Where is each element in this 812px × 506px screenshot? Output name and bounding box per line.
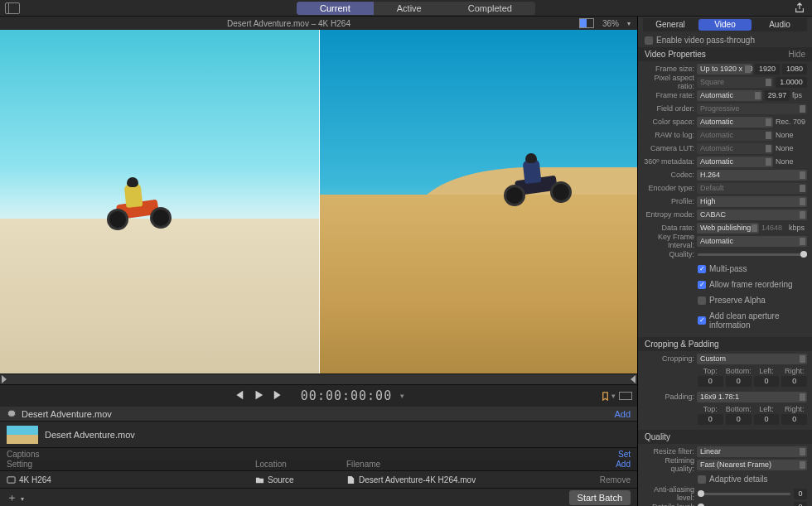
gear-icon[interactable] xyxy=(7,409,17,419)
keyframe-select[interactable]: Automatic xyxy=(697,236,807,247)
remove-link[interactable]: Remove xyxy=(600,475,631,484)
crop-top-label: Top: xyxy=(698,367,723,375)
svg-rect-1 xyxy=(7,476,15,482)
data-rate-label: Data rate: xyxy=(643,224,694,232)
preview-content xyxy=(102,174,176,232)
pad-top-value[interactable]: 0 xyxy=(698,414,723,425)
tab-active[interactable]: Active xyxy=(374,2,445,15)
crop-left-label: Left: xyxy=(754,367,780,375)
profile-select[interactable]: High xyxy=(697,196,807,207)
compare-small-icon[interactable] xyxy=(619,392,632,400)
frame-rate-value[interactable]: 29.97 xyxy=(765,90,790,101)
range-end-icon[interactable] xyxy=(631,375,636,383)
setting-name[interactable]: 4K H264 xyxy=(19,475,51,484)
sidebar-toggle-icon[interactable] xyxy=(5,2,20,14)
zoom-arrow-icon[interactable]: ▾ xyxy=(627,20,631,27)
video-properties-header: Video Properties xyxy=(645,50,706,59)
captions-set-link[interactable]: Set xyxy=(618,450,631,459)
tab-general[interactable]: General xyxy=(644,19,697,31)
meta360-select[interactable]: Automatic xyxy=(697,157,773,167)
zoom-level[interactable]: 36% xyxy=(602,19,619,28)
clean-aperture-label: Add clean aperture information xyxy=(709,311,800,330)
crop-right-value[interactable]: 0 xyxy=(781,376,807,387)
pad-bottom-value[interactable]: 0 xyxy=(726,414,752,425)
allow-reorder-checkbox[interactable] xyxy=(698,281,706,289)
data-rate-select[interactable]: Web publishing xyxy=(697,223,759,234)
codec-select[interactable]: H.264 xyxy=(697,170,807,181)
add-setting-link[interactable]: Add xyxy=(616,460,631,470)
crop-top-value[interactable]: 0 xyxy=(698,376,723,387)
aa-value[interactable]: 0 xyxy=(794,489,807,499)
color-space-value: Rec. 709 xyxy=(776,118,807,126)
start-batch-button[interactable]: Start Batch xyxy=(569,490,631,505)
raw-log-select[interactable]: Automatic xyxy=(697,130,773,141)
timecode-arrow-icon[interactable]: ▾ xyxy=(400,392,404,400)
details-value[interactable]: 0 xyxy=(794,502,807,507)
clean-aperture-checkbox[interactable] xyxy=(698,316,706,325)
tab-completed[interactable]: Completed xyxy=(445,2,535,15)
col-setting: Setting xyxy=(7,460,255,470)
camera-lut-label: Camera LUT: xyxy=(643,144,694,152)
tab-audio[interactable]: Audio xyxy=(753,19,806,31)
cropping-select[interactable]: Custom xyxy=(697,354,807,364)
preview-viewport[interactable] xyxy=(0,30,637,373)
aa-slider[interactable] xyxy=(698,493,790,495)
crop-left-value[interactable]: 0 xyxy=(754,376,780,387)
pixel-aspect-value[interactable]: 1.0000 xyxy=(776,77,807,88)
add-button[interactable]: ＋ ▾ xyxy=(7,490,24,505)
encoder-select[interactable]: Default xyxy=(697,183,807,194)
frame-rate-select[interactable]: Automatic xyxy=(697,90,762,101)
output-filename[interactable]: Desert Adventure-4K H264.mov xyxy=(359,475,476,484)
range-start-icon[interactable] xyxy=(2,375,7,383)
compare-toggle-icon[interactable] xyxy=(579,18,594,28)
timeline-scrubber[interactable] xyxy=(0,373,637,385)
frame-size-label: Frame size: xyxy=(643,65,694,73)
entropy-select[interactable]: CABAC xyxy=(697,210,807,220)
pixel-aspect-select[interactable]: Square xyxy=(697,77,773,88)
frame-size-select[interactable]: Up to 1920 x 1080 xyxy=(697,64,752,75)
tab-current[interactable]: Current xyxy=(297,2,374,15)
play-button[interactable] xyxy=(253,389,264,402)
multi-pass-checkbox[interactable] xyxy=(698,265,706,273)
crop-bottom-value[interactable]: 0 xyxy=(726,376,752,387)
location-name[interactable]: Source xyxy=(268,475,294,484)
allow-reorder-label: Allow frame reordering xyxy=(709,280,793,289)
pad-left-value[interactable]: 0 xyxy=(754,414,780,425)
adaptive-details-checkbox[interactable] xyxy=(698,475,706,484)
col-location: Location xyxy=(255,460,346,470)
data-rate-value: 14648 xyxy=(761,224,786,232)
pad-left-label: Left: xyxy=(754,405,780,413)
compare-divider[interactable] xyxy=(319,30,320,373)
quality-header: Quality xyxy=(645,432,670,441)
frame-height-field[interactable]: 1080 xyxy=(782,64,807,75)
resize-filter-select[interactable]: Linear xyxy=(697,446,807,457)
next-frame-button[interactable] xyxy=(273,389,284,402)
hide-link[interactable]: Hide xyxy=(788,50,805,59)
file-thumbnail xyxy=(7,426,38,444)
tab-video[interactable]: Video xyxy=(698,19,752,31)
preview-title: Desert Adventure.mov – 4K H264 xyxy=(7,19,571,28)
file-name[interactable]: Desert Adventure.mov xyxy=(45,430,135,440)
retime-select[interactable]: Fast (Nearest Frame) xyxy=(697,460,807,470)
fps-label: fps xyxy=(792,91,807,99)
frame-width-field[interactable]: 1920 xyxy=(755,64,780,75)
pass-through-checkbox[interactable] xyxy=(645,36,653,45)
padding-select[interactable]: 16x9 1.78:1 xyxy=(697,392,807,402)
field-order-select[interactable]: Progressive xyxy=(697,104,807,114)
pixel-aspect-label: Pixel aspect ratio: xyxy=(643,74,694,90)
marker-button[interactable]: ▾ xyxy=(601,392,616,401)
pass-through-label: Enable video pass-through xyxy=(656,36,755,45)
prev-frame-button[interactable] xyxy=(233,389,244,402)
color-space-select[interactable]: Automatic xyxy=(697,117,773,128)
add-job-link[interactable]: Add xyxy=(614,409,631,419)
quality-label: Quality: xyxy=(643,250,694,258)
share-icon[interactable] xyxy=(794,2,805,14)
timecode-display[interactable]: 00:00:00:00 xyxy=(301,388,392,403)
pad-right-value[interactable]: 0 xyxy=(781,414,807,425)
batch-title: Desert Adventure.mov xyxy=(22,409,112,419)
adaptive-details-label: Adaptive details xyxy=(709,475,768,484)
padding-label: Padding: xyxy=(643,393,694,401)
quality-slider[interactable] xyxy=(698,253,807,256)
preserve-alpha-checkbox[interactable] xyxy=(698,296,706,305)
camera-lut-select[interactable]: Automatic xyxy=(697,143,773,154)
